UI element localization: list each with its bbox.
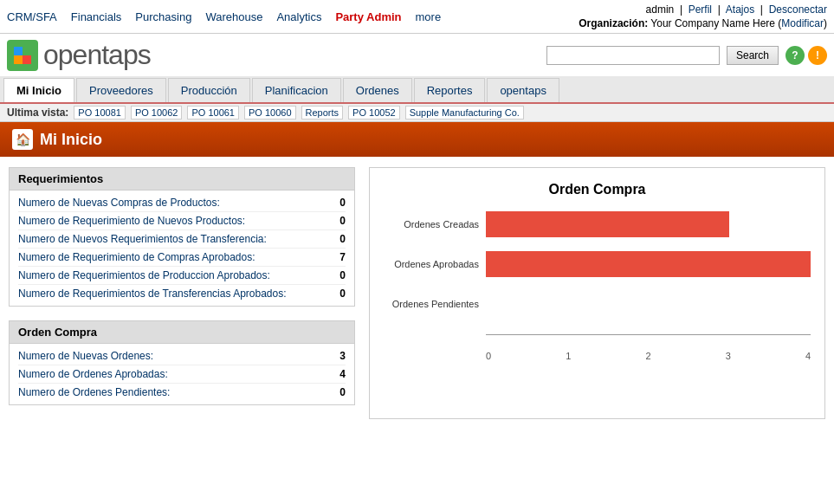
chart-row-0: Ordenes Creadas	[384, 211, 811, 237]
oc-label-1[interactable]: Numero de Ordenes Aprobadas:	[18, 368, 168, 380]
page-header: 🏠 Mi Inicio	[0, 122, 834, 157]
req-row-3: Numero de Requerimiento de Compras Aprob…	[18, 249, 346, 267]
tab-mi-inicio[interactable]: Mi Inicio	[3, 78, 74, 102]
svg-rect-3	[23, 55, 31, 64]
chart-bar-1	[486, 251, 811, 277]
req-row-0: Numero de Nuevas Compras de Productos: 0	[18, 194, 346, 212]
svg-rect-0	[14, 47, 23, 55]
req-label-0[interactable]: Numero de Nuevas Compras de Productos:	[18, 197, 220, 209]
logo-text: opentaps	[43, 39, 151, 71]
nav-more[interactable]: more	[416, 10, 442, 23]
nav-crm[interactable]: CRM/SFA	[7, 10, 57, 23]
recent-po10060[interactable]: PO 10060	[244, 106, 296, 120]
recent-label: Ultima vista:	[7, 107, 68, 119]
x-tick-0: 0	[486, 351, 491, 361]
top-nav: CRM/SFA Financials Purchasing Warehouse …	[0, 0, 834, 34]
oc-label-2[interactable]: Numero de Ordenes Pendientes:	[18, 386, 170, 398]
tab-planificacion[interactable]: Planificacion	[252, 78, 341, 102]
requerimientos-section: Requerimientos Numero de Nuevas Compras …	[9, 167, 355, 307]
desconectar-link[interactable]: Desconectar	[769, 3, 827, 16]
x-tick-1: 1	[566, 351, 571, 361]
help-icons: ? !	[786, 46, 827, 65]
tab-reportes[interactable]: Reportes	[414, 78, 486, 102]
req-value-2: 0	[328, 233, 346, 245]
left-panel: Requerimientos Numero de Nuevas Compras …	[9, 167, 355, 419]
home-icon: 🏠	[12, 129, 33, 150]
atajos-link[interactable]: Atajos	[726, 3, 754, 16]
chart-label-2: Ordenes Pendientes	[384, 299, 479, 309]
req-row-1: Numero de Requerimiento de Nuevos Produc…	[18, 212, 346, 230]
logo-icon	[7, 40, 38, 71]
chart-bar-container-0	[486, 211, 811, 237]
requerimientos-body: Numero de Nuevas Compras de Productos: 0…	[10, 191, 354, 306]
nav-analytics[interactable]: Analytics	[276, 10, 321, 23]
req-row-5: Numero de Requerimientos de Transferenci…	[18, 285, 346, 302]
chart-row-1: Ordenes Aprobadas	[384, 251, 811, 277]
logo-svg	[12, 45, 33, 66]
svg-rect-1	[23, 47, 31, 55]
search-area: Search ? !	[546, 46, 827, 65]
alert-icon[interactable]: !	[808, 46, 827, 65]
nav-warehouse[interactable]: Warehouse	[205, 10, 262, 23]
perfil-link[interactable]: Perfil	[689, 3, 712, 16]
nav-party-admin[interactable]: Party Admin	[335, 10, 401, 23]
x-axis-line	[486, 334, 811, 335]
x-tick-3: 3	[726, 351, 731, 361]
oc-row-1: Numero de Ordenes Aprobadas: 4	[18, 365, 346, 384]
x-tick-2: 2	[645, 351, 650, 361]
tab-bar: Mi Inicio Proveedores Producción Planifi…	[0, 76, 834, 104]
main-content: Requerimientos Numero de Nuevas Compras …	[0, 157, 834, 430]
admin-links: admin | Perfil | Atajos | Desconectar	[646, 3, 827, 16]
oc-label-0[interactable]: Numero de Nuevas Ordenes:	[18, 350, 153, 362]
tab-proveedores[interactable]: Proveedores	[76, 78, 166, 102]
oc-value-1: 4	[328, 368, 346, 380]
orden-compra-body: Numero de Nuevas Ordenes: 3 Numero de Or…	[10, 344, 354, 404]
tab-ordenes[interactable]: Ordenes	[343, 78, 412, 102]
recent-reports[interactable]: Reports	[301, 106, 344, 120]
top-nav-links: CRM/SFA Financials Purchasing Warehouse …	[7, 10, 441, 23]
chart-row-2: Ordenes Pendientes	[384, 291, 811, 317]
recent-bar: Ultima vista: PO 10081 PO 10062 PO 10061…	[0, 104, 834, 122]
orden-compra-section: Orden Compra Numero de Nuevas Ordenes: 3…	[9, 320, 355, 405]
nav-purchasing[interactable]: Purchasing	[135, 10, 191, 23]
req-value-3: 7	[328, 251, 346, 263]
req-row-4: Numero de Requerimientos de Produccion A…	[18, 267, 346, 285]
svg-rect-2	[14, 55, 23, 64]
help-icon[interactable]: ?	[786, 46, 805, 65]
chart-bar-container-1	[486, 251, 811, 277]
page-title: Mi Inicio	[40, 131, 102, 149]
chart-label-1: Ordenes Aprobadas	[384, 259, 479, 269]
chart-title: Orden Compra	[384, 182, 811, 197]
req-label-4[interactable]: Numero de Requerimientos de Produccion A…	[18, 269, 270, 281]
oc-row-2: Numero de Ordenes Pendientes: 0	[18, 384, 346, 401]
org-line: Organización: Your Company Name Here (Mo…	[579, 17, 827, 29]
orden-compra-header: Orden Compra	[10, 321, 354, 344]
nav-financials[interactable]: Financials	[71, 10, 122, 23]
requerimientos-header: Requerimientos	[10, 168, 354, 191]
chart-bar-container-2	[486, 291, 811, 317]
oc-value-2: 0	[328, 386, 346, 398]
recent-po10052[interactable]: PO 10052	[348, 106, 400, 120]
chart-bar-0	[486, 211, 729, 237]
modificar-link[interactable]: Modificar	[781, 17, 824, 29]
tab-opentaps[interactable]: opentaps	[487, 78, 559, 102]
chart-panel: Orden Compra Ordenes Creadas Ordenes Apr…	[369, 167, 825, 419]
chart-label-0: Ordenes Creadas	[384, 219, 479, 229]
req-label-1[interactable]: Numero de Requerimiento de Nuevos Produc…	[18, 215, 245, 227]
recent-po10062[interactable]: PO 10062	[131, 106, 183, 120]
logo-bar: opentaps Search ? !	[0, 34, 834, 76]
logo: opentaps	[7, 39, 151, 71]
x-axis-ticks: 0 1 2 3 4	[486, 349, 811, 361]
tab-produccion[interactable]: Producción	[168, 78, 250, 102]
recent-po10061[interactable]: PO 10061	[187, 106, 239, 120]
req-value-4: 0	[328, 269, 346, 281]
recent-po10081[interactable]: PO 10081	[74, 106, 126, 120]
search-input[interactable]	[546, 46, 720, 65]
req-label-3[interactable]: Numero de Requerimiento de Compras Aprob…	[18, 251, 255, 263]
recent-supple[interactable]: Supple Manufacturing Co.	[405, 106, 524, 120]
req-label-5[interactable]: Numero de Requerimientos de Transferenci…	[18, 288, 287, 300]
search-button[interactable]: Search	[727, 46, 779, 65]
chart-area: Ordenes Creadas Ordenes Aprobadas Ordene…	[384, 211, 811, 361]
req-label-2[interactable]: Numero de Nuevos Requerimientos de Trans…	[18, 233, 267, 245]
req-value-5: 0	[328, 288, 346, 300]
